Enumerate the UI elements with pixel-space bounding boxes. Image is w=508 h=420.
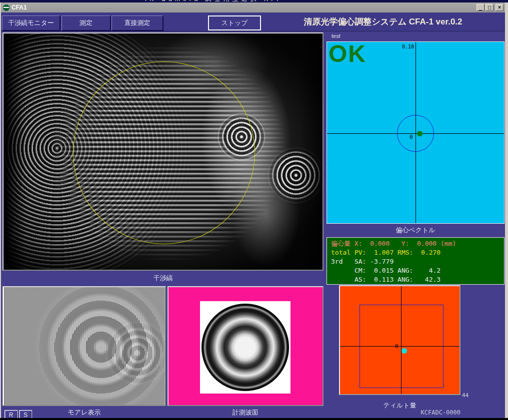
maximize-button[interactable]: □: [486, 4, 494, 11]
wavefront-image: [200, 301, 290, 394]
toolbar: 干渉縞モニター 測定 直接測定 ストップ 清原光学偏心調整システム CFA-1 …: [1, 12, 505, 31]
wavefront-view: [168, 286, 324, 406]
interferogram-view: [2, 32, 324, 271]
moire-noise: [4, 287, 165, 405]
tilt-plot: 0: [339, 285, 460, 395]
direct-measure-button[interactable]: 直接測定: [112, 15, 163, 30]
moire-view: [2, 286, 166, 406]
tilt-x-axis: [340, 346, 460, 347]
result-as-line: AS: 0.113 ANG: 42.3: [331, 275, 504, 284]
eccentricity-vector-plot: OK 0.10 0: [326, 41, 504, 224]
cfa1-window: CFA1 _ □ × 干渉縞モニター 測定 直接測定 ストップ 清原光学偏心調整…: [0, 2, 508, 418]
tilt-marker-dot: [402, 348, 407, 354]
test-tag-label: test: [332, 33, 340, 39]
minimize-button[interactable]: _: [476, 4, 484, 11]
tilt-side-value: 44: [462, 392, 468, 399]
measure-button[interactable]: 測定: [62, 15, 110, 30]
tilt-y-axis: [401, 286, 402, 394]
eccentricity-marker-dot: [417, 131, 422, 136]
measurement-results-panel: 偏心量 X: 0.000 Y: 0.000 (mm) total PV: 1.0…: [326, 237, 504, 285]
wavefront-rings: [200, 301, 290, 394]
wavefront-caption: 計測波面: [168, 407, 324, 419]
app-logo-icon: [3, 4, 10, 11]
aperture-circle-overlay: [73, 61, 255, 244]
window-title: CFA1: [12, 4, 476, 11]
axis-max-label: 0.10: [402, 44, 414, 49]
result-total-line: total PV: 1.007 RMS: 0.270: [331, 248, 504, 257]
screen: IK Camera 調整用玉選択 KIT CFA1 _ □ × 干渉縞モニター …: [0, 0, 508, 420]
interferogram-caption: 干渉縞: [2, 272, 324, 285]
app-header-title: 清原光学偏心調整システム CFA-1 ver.0.2: [261, 12, 505, 31]
bottom-edge: [0, 418, 508, 420]
device-code-label: KCFADC-0000: [339, 409, 460, 416]
ok-status-text: OK: [328, 41, 366, 67]
result-eccentricity-line: 偏心量 X: 0.000 Y: 0.000 (mm): [331, 239, 504, 248]
close-button[interactable]: ×: [496, 4, 504, 11]
result-cm-line: CM: 0.015 ANG: 4.2: [331, 266, 504, 275]
fringe-monitor-button[interactable]: 干渉縞モニター: [2, 15, 60, 30]
eccentricity-origin-label: 0: [410, 134, 413, 140]
eccentricity-caption: 偏心ベクトル: [326, 225, 504, 237]
window-controls: _ □ ×: [476, 4, 504, 11]
tolerance-circle: [397, 115, 434, 152]
result-sa-line: 3rd SA: -3.779: [331, 257, 504, 266]
client-area: 干渉縞 test OK 0.10 0 偏心ベクトル 偏心量 X: 0.000 Y…: [1, 31, 505, 418]
stop-button[interactable]: ストップ: [208, 15, 261, 30]
titlebar[interactable]: CFA1 _ □ ×: [1, 2, 505, 12]
tilt-origin-label: 0: [395, 343, 398, 350]
